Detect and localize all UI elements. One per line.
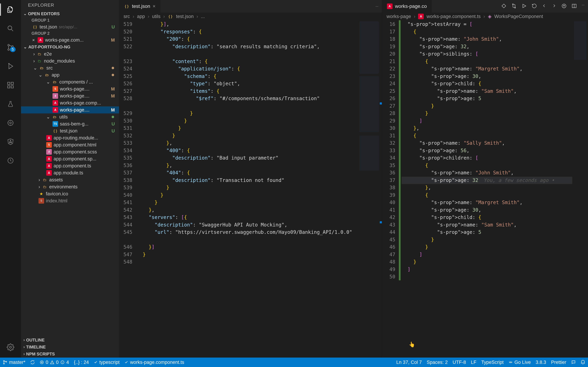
npm-scripts-header[interactable]: › NPM SCRIPTS — [21, 350, 119, 358]
tree-file[interactable]: A works-page.comp... — [21, 100, 119, 106]
debug-icon[interactable] — [4, 60, 17, 72]
tree-folder-utils[interactable]: ⌄ 🗁 utils — [21, 113, 119, 120]
eol-status[interactable]: LF — [471, 360, 476, 365]
folder-icon: 🗁 — [52, 79, 58, 85]
source-control-icon[interactable]: 5 — [4, 41, 17, 53]
tree-file[interactable]: { } test.json U — [21, 127, 119, 134]
breadcrumb-left[interactable]: src› app› utils› { } test.json› ... — [119, 13, 382, 20]
more-icon[interactable]: ⋯ — [582, 3, 585, 9]
project-header[interactable]: ⌄ ADT-PORTFOLIO-NG — [21, 43, 119, 50]
tree-file[interactable]: A app-routing.module... — [21, 134, 119, 141]
tree-file[interactable]: ♯ app.component.scss — [21, 148, 119, 155]
open-editors-header[interactable]: ⌄ OPEN EDITORS — [21, 10, 119, 17]
tree-folder-e2e[interactable]: › 🗀 e2e — [21, 50, 119, 58]
minimap-left[interactable] — [358, 20, 380, 358]
class-icon: ◈ — [488, 14, 492, 19]
tree-folder-assets[interactable]: › 🗀 assets — [21, 176, 119, 183]
bell-icon[interactable] — [581, 360, 585, 365]
arrow-up-icon[interactable] — [562, 3, 567, 9]
cursor-position[interactable]: Ln 37, Col 7 — [396, 360, 422, 365]
tree-file[interactable]: 5 index.html — [21, 197, 119, 204]
modified-dot-icon — [112, 67, 114, 69]
tree-folder-components[interactable]: ⌄ 🗁 components / ... — [21, 78, 119, 85]
tab-works-page[interactable]: A works-page.co — [382, 0, 432, 13]
open-editor-item[interactable]: { } test.json src/app/... U — [21, 23, 119, 30]
modified-dot-icon — [112, 74, 114, 76]
tree-folder-environments[interactable]: › 🗀 environments — [21, 183, 119, 190]
tab-test-json[interactable]: { } test.json × — [119, 0, 160, 13]
svg-point-17 — [3, 360, 4, 361]
html-file-icon: 5 — [46, 142, 52, 148]
angular-icon[interactable] — [4, 136, 17, 148]
svg-point-22 — [510, 362, 511, 363]
code-editor-left[interactable]: 5195205215225235245255265275285295305315… — [119, 20, 382, 358]
split-editor-icon[interactable] — [571, 3, 577, 9]
tab-bar-right: A works-page.co — [382, 0, 588, 13]
outline-header[interactable]: › OUTLINE — [21, 337, 119, 344]
file-status[interactable]: works-page.component.ts — [124, 360, 184, 365]
tree-file-selected[interactable]: A works-page.... M — [21, 106, 119, 113]
breadcrumb-right[interactable]: works-page› A works-page.component.ts› ◈… — [382, 13, 588, 20]
chevron-down-icon: ⌄ — [38, 72, 43, 78]
problems-status[interactable]: 0 0 4 — [40, 360, 69, 365]
compare-icon[interactable] — [501, 3, 506, 9]
open-editor-item[interactable]: × A works-page.com... M — [21, 36, 119, 43]
tree-file[interactable]: TS sass-bem-g... U — [21, 120, 119, 127]
tree-file[interactable]: 5 app.component.html — [21, 141, 119, 148]
sync-status[interactable] — [30, 360, 35, 365]
settings-icon[interactable] — [4, 341, 17, 353]
chevron-right-icon: › — [24, 338, 25, 342]
feedback-icon[interactable] — [571, 360, 576, 365]
tree-file[interactable]: 5 works-page.... M — [21, 85, 119, 92]
minimap-right[interactable] — [572, 20, 588, 358]
search-icon[interactable] — [4, 22, 17, 35]
revert-icon[interactable] — [532, 3, 537, 9]
prettier-status[interactable]: Prettier — [551, 360, 566, 365]
gitlens-icon[interactable] — [4, 117, 17, 129]
ts-status[interactable]: typescript — [94, 360, 120, 365]
folder-icon: 🗁 — [52, 114, 58, 120]
spaces-status[interactable]: Spaces: 2 — [427, 360, 448, 365]
brackets-status[interactable]: {..} : 24 — [74, 360, 89, 365]
folder-icon: 🗀 — [37, 51, 42, 57]
tree-folder-node-modules[interactable]: › 🗀 node_modules — [21, 58, 119, 65]
timeline-header[interactable]: › TIMELINE — [21, 344, 119, 350]
more-icon[interactable]: ⋯ — [376, 5, 378, 8]
chevron-down-icon: ⌄ — [24, 12, 26, 16]
chevron-right-icon: › — [33, 51, 35, 57]
tree-file[interactable]: ★ favicon.ico — [21, 190, 119, 197]
go-live-status[interactable]: Go Live — [509, 360, 531, 365]
timeline-icon[interactable] — [4, 154, 17, 167]
tree-file[interactable]: ♯ works-page.... M — [21, 92, 119, 100]
html-file-icon: 5 — [52, 86, 58, 92]
close-icon[interactable]: × — [153, 3, 156, 9]
prev-change-icon[interactable] — [542, 3, 547, 9]
svg-point-19 — [6, 361, 7, 362]
tree-file[interactable]: A app.module.ts — [21, 169, 119, 176]
angular-file-icon: A — [387, 3, 392, 9]
tree-folder-src[interactable]: ⌄ 🗁 src — [21, 65, 119, 71]
version-status[interactable]: 3.8.3 — [536, 360, 546, 365]
tree-file[interactable]: A app.component.ts — [21, 162, 119, 169]
chevron-down-icon: ⌄ — [24, 45, 27, 50]
svg-point-1 — [8, 44, 9, 46]
tree-file[interactable]: A app.component.sp... — [21, 155, 119, 162]
untracked-dot-icon — [112, 116, 114, 118]
editor-pane-left: { } test.json × ⋯ src› app› utils› { } t… — [119, 0, 382, 358]
code-editor-right[interactable]: 1617181920212223242526272829303132333435… — [382, 20, 588, 358]
extensions-icon[interactable] — [4, 79, 17, 91]
next-change-icon[interactable] — [552, 3, 556, 9]
tree-folder-app[interactable]: ⌄ 🗁 app — [21, 71, 119, 78]
git-compare-icon[interactable] — [511, 3, 517, 9]
folder-icon: 🗀 — [42, 184, 47, 190]
chevron-right-icon: › — [38, 184, 40, 190]
run-icon[interactable] — [521, 3, 527, 9]
tab-actions-right: ⋯ — [498, 3, 588, 9]
html-file-icon: 5 — [38, 198, 44, 204]
flask-icon[interactable] — [4, 98, 17, 110]
encoding-status[interactable]: UTF-8 — [453, 360, 466, 365]
close-icon[interactable]: × — [32, 37, 35, 43]
branch-status[interactable]: master* — [3, 360, 25, 365]
language-status[interactable]: TypeScript — [481, 360, 504, 365]
explorer-icon[interactable] — [4, 3, 17, 16]
